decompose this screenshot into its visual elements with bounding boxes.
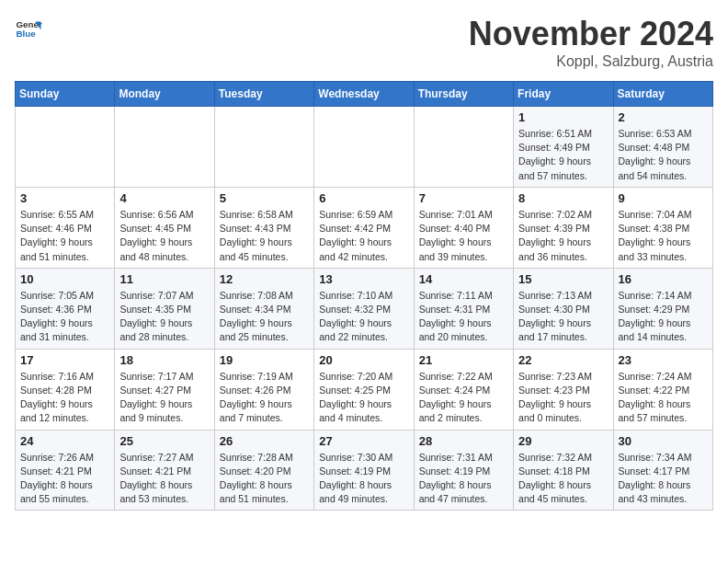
- month-title: November 2024: [469, 15, 713, 53]
- day-info: Sunrise: 7:01 AM Sunset: 4:40 PM Dayligh…: [419, 208, 508, 264]
- day-number: 5: [220, 191, 309, 205]
- calendar-cell: 20Sunrise: 7:20 AM Sunset: 4:25 PM Dayli…: [314, 349, 414, 430]
- calendar-cell: 24Sunrise: 7:26 AM Sunset: 4:21 PM Dayli…: [16, 430, 115, 511]
- day-number: 20: [319, 353, 408, 367]
- calendar-cell: [16, 107, 115, 188]
- day-number: 13: [319, 272, 408, 286]
- day-info: Sunrise: 7:13 AM Sunset: 4:30 PM Dayligh…: [518, 289, 608, 345]
- day-number: 6: [319, 191, 408, 205]
- calendar-cell: 21Sunrise: 7:22 AM Sunset: 4:24 PM Dayli…: [414, 349, 513, 430]
- calendar-cell: 16Sunrise: 7:14 AM Sunset: 4:29 PM Dayli…: [613, 268, 712, 349]
- day-number: 29: [518, 434, 608, 448]
- day-number: 1: [518, 110, 608, 124]
- day-number: 27: [319, 434, 408, 448]
- day-number: 10: [20, 272, 109, 286]
- weekday-header-saturday: Saturday: [613, 82, 712, 107]
- calendar-week-4: 17Sunrise: 7:16 AM Sunset: 4:28 PM Dayli…: [16, 349, 713, 430]
- day-info: Sunrise: 7:07 AM Sunset: 4:35 PM Dayligh…: [119, 289, 209, 345]
- location: Koppl, Salzburg, Austria: [469, 53, 713, 70]
- day-number: 24: [20, 434, 109, 448]
- day-info: Sunrise: 7:17 AM Sunset: 4:27 PM Dayligh…: [119, 370, 209, 426]
- day-number: 28: [419, 434, 508, 448]
- logo-icon: General Blue: [15, 15, 42, 42]
- day-number: 12: [220, 272, 309, 286]
- weekday-header-friday: Friday: [514, 82, 613, 107]
- calendar-cell: 22Sunrise: 7:23 AM Sunset: 4:23 PM Dayli…: [514, 349, 613, 430]
- day-info: Sunrise: 6:55 AM Sunset: 4:46 PM Dayligh…: [20, 208, 109, 264]
- day-info: Sunrise: 7:23 AM Sunset: 4:23 PM Dayligh…: [518, 370, 608, 426]
- calendar-cell: 15Sunrise: 7:13 AM Sunset: 4:30 PM Dayli…: [514, 268, 613, 349]
- day-number: 7: [419, 191, 508, 205]
- day-number: 19: [220, 353, 309, 367]
- calendar-cell: 18Sunrise: 7:17 AM Sunset: 4:27 PM Dayli…: [115, 349, 214, 430]
- day-info: Sunrise: 7:02 AM Sunset: 4:39 PM Dayligh…: [518, 208, 608, 264]
- calendar-cell: 30Sunrise: 7:34 AM Sunset: 4:17 PM Dayli…: [613, 430, 712, 511]
- title-block: November 2024 Koppl, Salzburg, Austria: [469, 15, 713, 70]
- weekday-header-tuesday: Tuesday: [214, 82, 313, 107]
- weekday-header-monday: Monday: [115, 82, 214, 107]
- day-info: Sunrise: 6:51 AM Sunset: 4:49 PM Dayligh…: [518, 127, 608, 183]
- day-number: 23: [619, 353, 708, 367]
- calendar-week-5: 24Sunrise: 7:26 AM Sunset: 4:21 PM Dayli…: [16, 430, 713, 511]
- svg-text:Blue: Blue: [17, 29, 37, 39]
- calendar-cell: 25Sunrise: 7:27 AM Sunset: 4:21 PM Dayli…: [115, 430, 214, 511]
- calendar-week-2: 3Sunrise: 6:55 AM Sunset: 4:46 PM Daylig…: [16, 187, 713, 268]
- weekday-header-sunday: Sunday: [16, 82, 115, 107]
- calendar-cell: 8Sunrise: 7:02 AM Sunset: 4:39 PM Daylig…: [514, 187, 613, 268]
- day-number: 25: [119, 434, 209, 448]
- calendar-cell: 3Sunrise: 6:55 AM Sunset: 4:46 PM Daylig…: [16, 187, 115, 268]
- day-info: Sunrise: 7:34 AM Sunset: 4:17 PM Dayligh…: [619, 451, 708, 507]
- day-number: 11: [119, 272, 209, 286]
- calendar-cell: 4Sunrise: 6:56 AM Sunset: 4:45 PM Daylig…: [115, 187, 214, 268]
- day-number: 16: [619, 272, 708, 286]
- calendar-week-1: 1Sunrise: 6:51 AM Sunset: 4:49 PM Daylig…: [16, 107, 713, 188]
- day-info: Sunrise: 7:10 AM Sunset: 4:32 PM Dayligh…: [319, 289, 408, 345]
- calendar-table: SundayMondayTuesdayWednesdayThursdayFrid…: [15, 81, 713, 511]
- calendar-header: SundayMondayTuesdayWednesdayThursdayFrid…: [16, 82, 713, 107]
- day-number: 9: [619, 191, 708, 205]
- day-number: 4: [119, 191, 209, 205]
- day-info: Sunrise: 7:28 AM Sunset: 4:20 PM Dayligh…: [220, 451, 309, 507]
- calendar-cell: [115, 107, 214, 188]
- day-info: Sunrise: 7:22 AM Sunset: 4:24 PM Dayligh…: [419, 370, 508, 426]
- calendar-cell: [414, 107, 513, 188]
- day-number: 17: [20, 353, 109, 367]
- calendar-cell: 9Sunrise: 7:04 AM Sunset: 4:38 PM Daylig…: [613, 187, 712, 268]
- calendar-cell: 19Sunrise: 7:19 AM Sunset: 4:26 PM Dayli…: [214, 349, 313, 430]
- calendar-cell: [214, 107, 313, 188]
- day-number: 15: [518, 272, 608, 286]
- calendar-cell: 26Sunrise: 7:28 AM Sunset: 4:20 PM Dayli…: [214, 430, 313, 511]
- day-info: Sunrise: 7:16 AM Sunset: 4:28 PM Dayligh…: [20, 370, 109, 426]
- day-info: Sunrise: 7:14 AM Sunset: 4:29 PM Dayligh…: [619, 289, 708, 345]
- calendar-cell: 5Sunrise: 6:58 AM Sunset: 4:43 PM Daylig…: [214, 187, 313, 268]
- calendar-cell: 1Sunrise: 6:51 AM Sunset: 4:49 PM Daylig…: [514, 107, 613, 188]
- day-info: Sunrise: 7:31 AM Sunset: 4:19 PM Dayligh…: [419, 451, 508, 507]
- calendar-cell: 12Sunrise: 7:08 AM Sunset: 4:34 PM Dayli…: [214, 268, 313, 349]
- page-header: General Blue November 2024 Koppl, Salzbu…: [15, 15, 713, 70]
- day-info: Sunrise: 7:30 AM Sunset: 4:19 PM Dayligh…: [319, 451, 408, 507]
- day-number: 30: [619, 434, 708, 448]
- calendar-cell: 17Sunrise: 7:16 AM Sunset: 4:28 PM Dayli…: [16, 349, 115, 430]
- day-number: 26: [220, 434, 309, 448]
- calendar-cell: 11Sunrise: 7:07 AM Sunset: 4:35 PM Dayli…: [115, 268, 214, 349]
- logo: General Blue: [15, 15, 42, 42]
- day-info: Sunrise: 7:27 AM Sunset: 4:21 PM Dayligh…: [119, 451, 209, 507]
- day-info: Sunrise: 7:08 AM Sunset: 4:34 PM Dayligh…: [220, 289, 309, 345]
- day-info: Sunrise: 7:04 AM Sunset: 4:38 PM Dayligh…: [619, 208, 708, 264]
- day-info: Sunrise: 6:56 AM Sunset: 4:45 PM Dayligh…: [119, 208, 209, 264]
- calendar-cell: 6Sunrise: 6:59 AM Sunset: 4:42 PM Daylig…: [314, 187, 414, 268]
- calendar-cell: 14Sunrise: 7:11 AM Sunset: 4:31 PM Dayli…: [414, 268, 513, 349]
- calendar-cell: 29Sunrise: 7:32 AM Sunset: 4:18 PM Dayli…: [514, 430, 613, 511]
- day-info: Sunrise: 7:20 AM Sunset: 4:25 PM Dayligh…: [319, 370, 408, 426]
- calendar-cell: 13Sunrise: 7:10 AM Sunset: 4:32 PM Dayli…: [314, 268, 414, 349]
- calendar-cell: 7Sunrise: 7:01 AM Sunset: 4:40 PM Daylig…: [414, 187, 513, 268]
- calendar-cell: 23Sunrise: 7:24 AM Sunset: 4:22 PM Dayli…: [613, 349, 712, 430]
- day-info: Sunrise: 6:58 AM Sunset: 4:43 PM Dayligh…: [220, 208, 309, 264]
- day-number: 14: [419, 272, 508, 286]
- day-number: 2: [619, 110, 708, 124]
- day-info: Sunrise: 6:59 AM Sunset: 4:42 PM Dayligh…: [319, 208, 408, 264]
- day-number: 8: [518, 191, 608, 205]
- calendar-cell: 27Sunrise: 7:30 AM Sunset: 4:19 PM Dayli…: [314, 430, 414, 511]
- day-info: Sunrise: 7:24 AM Sunset: 4:22 PM Dayligh…: [619, 370, 708, 426]
- day-info: Sunrise: 7:32 AM Sunset: 4:18 PM Dayligh…: [518, 451, 608, 507]
